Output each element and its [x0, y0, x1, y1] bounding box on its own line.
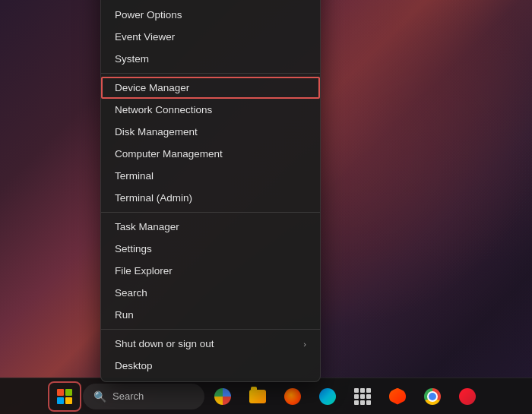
menu-item-label-file-explorer: File Explorer — [115, 265, 173, 277]
menu-divider — [101, 212, 320, 213]
apps-dot — [354, 394, 359, 399]
menu-item-power-options[interactable]: Power Options — [101, 4, 320, 26]
chrome-icon — [424, 388, 441, 405]
file-explorer-icon — [249, 390, 266, 403]
edge-icon — [319, 388, 336, 405]
menu-item-file-explorer[interactable]: File Explorer — [101, 260, 320, 282]
menu-item-desktop[interactable]: Desktop — [101, 355, 320, 377]
menu-item-label-computer-management: Computer Management — [115, 148, 223, 160]
windows-logo — [57, 389, 72, 404]
edge-taskbar-btn[interactable] — [311, 381, 344, 412]
apps-dot — [354, 400, 359, 405]
apps-dot — [354, 388, 359, 393]
menu-item-disk-management[interactable]: Disk Management — [101, 121, 320, 143]
apps-dot — [366, 400, 371, 405]
win-sq4 — [65, 397, 72, 404]
menu-divider — [101, 73, 320, 74]
chrome-taskbar-btn[interactable] — [416, 381, 449, 412]
apps-dot — [366, 388, 371, 393]
menu-item-task-manager[interactable]: Task Manager — [101, 216, 320, 238]
menu-item-label-network-connections: Network Connections — [115, 104, 212, 115]
apps-dot — [366, 394, 371, 399]
menu-item-network-connections[interactable]: Network Connections — [101, 99, 320, 121]
context-menu: Installed appsMobility CenterPower Optio… — [100, 0, 321, 382]
menu-item-label-terminal: Terminal — [115, 170, 154, 182]
menu-item-label-event-viewer: Event Viewer — [115, 31, 175, 43]
firefox-icon — [284, 388, 301, 405]
opera-icon — [459, 388, 476, 405]
apps-dot — [360, 400, 365, 405]
submenu-arrow-icon: › — [303, 340, 306, 349]
menu-item-label-task-manager: Task Manager — [115, 221, 179, 232]
menu-divider — [101, 329, 320, 330]
menu-item-label-terminal-admin: Terminal (Admin) — [115, 192, 192, 204]
menu-item-settings[interactable]: Settings — [101, 238, 320, 260]
menu-item-label-device-manager: Device Manager — [115, 82, 189, 93]
menu-item-computer-management[interactable]: Computer Management — [101, 143, 320, 165]
brave-taskbar-btn[interactable] — [381, 381, 414, 412]
menu-item-label-settings: Settings — [115, 243, 152, 254]
menu-item-label-desktop: Desktop — [115, 360, 153, 371]
search-taskbar-label: Search — [112, 390, 144, 402]
google-taskbar-btn[interactable] — [206, 381, 239, 412]
menu-item-run[interactable]: Run — [101, 304, 320, 326]
search-taskbar[interactable]: 🔍 Search — [83, 384, 204, 409]
apps-grid-icon — [354, 388, 371, 405]
file-explorer-taskbar-btn[interactable] — [241, 381, 274, 412]
firefox-taskbar-btn[interactable] — [276, 381, 309, 412]
menu-item-event-viewer[interactable]: Event Viewer — [101, 26, 320, 48]
menu-item-terminal-admin[interactable]: Terminal (Admin) — [101, 187, 320, 209]
apps-dot — [360, 388, 365, 393]
search-taskbar-icon: 🔍 — [93, 390, 106, 403]
taskbar-items: 🔍 Search — [48, 381, 484, 412]
menu-item-device-manager[interactable]: Device Manager — [101, 77, 320, 99]
menu-item-shut-down[interactable]: Shut down or sign out› — [101, 333, 320, 355]
menu-item-terminal[interactable]: Terminal — [101, 165, 320, 187]
opera-taskbar-btn[interactable] — [451, 381, 484, 412]
menu-item-label-run: Run — [115, 309, 134, 321]
win-sq2 — [65, 389, 72, 396]
apps-taskbar-btn[interactable] — [346, 381, 379, 412]
menu-item-label-system: System — [115, 53, 149, 65]
menu-item-label-shut-down: Shut down or sign out — [115, 338, 214, 349]
apps-dot — [360, 394, 365, 399]
menu-item-system[interactable]: System — [101, 48, 320, 70]
taskbar: 🔍 Search — [0, 378, 532, 414]
menu-item-search[interactable]: Search — [101, 282, 320, 304]
win-sq3 — [57, 397, 64, 404]
menu-item-label-search: Search — [115, 287, 147, 299]
menu-item-label-disk-management: Disk Management — [115, 126, 198, 137]
google-icon — [214, 388, 231, 405]
start-button[interactable] — [48, 381, 81, 412]
win-sq1 — [57, 389, 64, 396]
brave-icon — [389, 388, 406, 405]
menu-item-label-power-options: Power Options — [115, 9, 182, 21]
